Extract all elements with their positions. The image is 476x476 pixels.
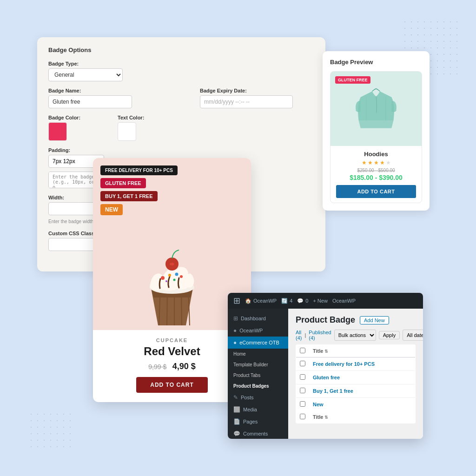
badge-expiry-input[interactable] [200, 95, 293, 108]
row-checkbox-4[interactable] [300, 401, 305, 407]
badge-link-1[interactable]: Free delivery for 10+ PCS [313, 361, 375, 367]
svg-point-6 [161, 276, 165, 280]
dot-decoration-bottom [28, 411, 74, 448]
comments-icon: 💬 [233, 430, 240, 437]
badge-free-delivery: FREE DELIVERY FOR 10+ PCS [100, 165, 178, 175]
date-filter-select[interactable]: All dates [403, 330, 423, 341]
wp-page-header: Product Badge Add New [296, 315, 416, 325]
sort-icon: ⇅ [324, 349, 328, 354]
sidebar-item-ecommerce-otb[interactable]: ● eCommerce OTB [228, 337, 288, 349]
cupcake-name: Red Velvet [102, 345, 242, 358]
cupcake-illustration [126, 228, 218, 330]
wp-logo-icon: ⊞ [233, 296, 240, 306]
panel-title: Badge Options [48, 46, 314, 53]
badge-gluten-free: GLUTEN FREE [100, 178, 146, 188]
sidebar-item-comments[interactable]: 💬 Comments [228, 428, 288, 439]
cupcake-new-price: 4,90 $ [172, 362, 196, 371]
cupcake-pricing: 9,99 $ 4,90 $ [102, 362, 242, 371]
cupcake-product-card: FREE DELIVERY FOR 10+ PCS GLUTEN FREE BU… [93, 158, 251, 402]
product-stars: ★ ★ ★ ★ ★ [336, 159, 416, 166]
product-info: Hoodies ★ ★ ★ ★ ★ $250.00 - $500.00 $185… [331, 146, 422, 203]
table-header-title: Title ⇅ [309, 345, 416, 357]
sidebar-item-posts[interactable]: ✎ Posts [228, 391, 288, 403]
badge-color-label: Badge Color: [48, 115, 80, 120]
badge-new: NEW [100, 204, 123, 215]
table-row: Buy 1, Get 1 free [296, 384, 416, 398]
badge-link-3[interactable]: Buy 1, Get 1 free [313, 388, 353, 394]
wp-update-count[interactable]: 🔄 4 [281, 298, 292, 304]
star-4: ★ [380, 159, 385, 166]
svg-point-11 [165, 280, 167, 282]
svg-point-8 [175, 273, 178, 276]
badge-preview-panel: Badge Preview GLUTEN FREE Hoodies ★ ★ ★ [323, 51, 430, 211]
wp-comment-count[interactable]: 💬 0 [297, 298, 308, 304]
wp-main-area: ⊞ Dashboard ● OceanWP ● eCommerce OTB Ho… [228, 309, 423, 439]
text-color-swatch[interactable] [118, 122, 136, 141]
product-price: $185.00 - $390.00 [336, 174, 416, 181]
sidebar-item-media[interactable]: ⬜ Media [228, 403, 288, 416]
sidebar-item-template-builder[interactable]: Template Builder [228, 359, 288, 370]
row-checkbox-2[interactable] [300, 374, 305, 380]
cupcake-image-area: FREE DELIVERY FOR 10+ PCS GLUTEN FREE BU… [93, 158, 251, 330]
wp-filter-bar: All (4) | Published (4) Bulk actions App… [296, 330, 416, 341]
text-color-label: Text Color: [118, 115, 144, 120]
bulk-actions-select[interactable]: Bulk actions [334, 330, 376, 341]
sidebar-item-home[interactable]: Home [228, 349, 288, 359]
wp-sidebar: ⊞ Dashboard ● OceanWP ● eCommerce OTB Ho… [228, 309, 288, 439]
add-new-button[interactable]: Add New [360, 316, 389, 324]
svg-point-7 [168, 274, 171, 277]
row-checkbox-1[interactable] [300, 361, 305, 366]
wp-content-area: Product Badge Add New All (4) | Publishe… [288, 309, 423, 439]
select-all-footer-checkbox[interactable] [300, 414, 305, 419]
filter-all-link[interactable]: All (4) [296, 330, 302, 341]
media-icon: ⬜ [233, 406, 240, 413]
hoodie-illustration [353, 81, 399, 137]
sidebar-item-pages[interactable]: 📄 Pages [228, 416, 288, 428]
wp-new-item[interactable]: + New [313, 298, 328, 304]
posts-icon: ✎ [233, 394, 238, 401]
badge-link-2[interactable]: Gluten free [313, 375, 340, 380]
star-5: ★ [386, 159, 391, 166]
select-all-checkbox[interactable] [300, 348, 305, 353]
badge-expiry-label: Badge Expiry Date: [200, 88, 314, 93]
badge-link-4[interactable]: New [313, 402, 324, 407]
padding-label: Padding: [48, 147, 141, 153]
svg-line-1 [167, 288, 167, 325]
table-footer-title: Title ⇅ [309, 411, 416, 423]
sidebar-item-dashboard[interactable]: ⊞ Dashboard [228, 312, 288, 324]
svg-point-10 [173, 279, 176, 281]
badge-name-label: Badge Name: [48, 88, 163, 93]
house-icon: 🏠 [245, 298, 251, 304]
pages-icon: 📄 [233, 418, 240, 425]
product-badge-label: GLUTEN FREE [335, 76, 370, 84]
cupcake-card-info: CUPCAKE Red Velvet 9,99 $ 4,90 $ ADD TO … [93, 330, 251, 402]
sidebar-item-oceanwp[interactable]: ● OceanWP [228, 324, 288, 337]
sidebar-item-product-badges[interactable]: Product Badges [228, 381, 288, 391]
badge-type-label: Badge Type: [48, 61, 123, 66]
preview-title: Badge Preview [330, 59, 422, 66]
badge-color-swatch[interactable] [48, 122, 67, 141]
filter-separator: | [304, 332, 306, 338]
badge-type-select[interactable]: General [48, 68, 123, 81]
wp-user[interactable]: OceanWP [332, 298, 356, 304]
cupcake-old-price: 9,99 $ [148, 363, 166, 370]
apply-button[interactable]: Apply [379, 331, 400, 339]
add-to-cart-button[interactable]: ADD TO CART [336, 185, 416, 198]
star-1: ★ [362, 159, 367, 166]
svg-point-9 [180, 275, 183, 278]
product-card-preview: GLUTEN FREE Hoodies ★ ★ ★ ★ ★ $ [330, 71, 422, 203]
sort-footer-icon: ⇅ [324, 415, 328, 420]
sidebar-item-product-tabs[interactable]: Product Tabs [228, 370, 288, 381]
badges-table: Title ⇅ Free delivery for 10+ PCS Gluten… [296, 344, 416, 423]
filter-published-link[interactable]: Published (4) [309, 330, 331, 341]
product-image-area: GLUTEN FREE [331, 72, 422, 146]
wp-site-name[interactable]: 🏠 OceanWP [245, 298, 277, 304]
table-row: New [296, 398, 416, 411]
cupcake-add-to-cart-button[interactable]: ADD TO CART [136, 377, 207, 393]
table-row: Gluten free [296, 371, 416, 384]
badge-name-input[interactable] [48, 95, 132, 108]
oceanwp-icon: ● [233, 327, 237, 334]
row-checkbox-3[interactable] [300, 388, 305, 393]
svg-line-3 [181, 288, 182, 325]
svg-point-13 [170, 263, 174, 265]
